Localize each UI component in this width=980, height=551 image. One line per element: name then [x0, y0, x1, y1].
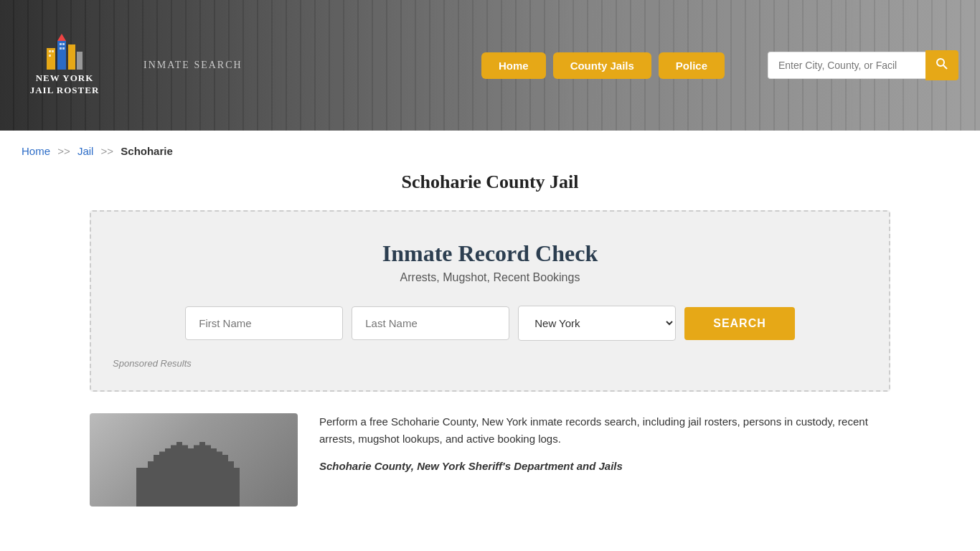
svg-rect-7	[49, 55, 51, 57]
state-select[interactable]: AlabamaAlaskaArizonaArkansasCaliforniaCo…	[518, 306, 676, 341]
record-check-title: Inmate Record Check	[113, 240, 867, 267]
header-search-container	[768, 50, 958, 80]
record-check-box: Inmate Record Check Arrests, Mugshot, Re…	[90, 210, 890, 392]
logo-text: NEW YORK JAIL ROSTER	[30, 72, 100, 97]
svg-rect-5	[49, 50, 51, 52]
svg-rect-6	[52, 50, 54, 52]
courthouse-image	[90, 413, 298, 507]
breadcrumb-sep2: >>	[101, 145, 114, 157]
breadcrumb-current: Schoharie	[121, 145, 173, 157]
site-header: NEW YORK JAIL ROSTER INMATE SEARCH Home …	[0, 0, 980, 131]
svg-marker-4	[57, 34, 66, 41]
content-description: Perform a free Schoharie County, New Yor…	[319, 413, 890, 448]
breadcrumb-home[interactable]: Home	[22, 145, 50, 157]
search-icon	[936, 58, 948, 70]
breadcrumb-sep1: >>	[57, 145, 70, 157]
content-area: Perform a free Schoharie County, New Yor…	[0, 413, 980, 507]
svg-rect-11	[62, 47, 65, 50]
svg-rect-10	[60, 47, 62, 50]
svg-line-13	[943, 65, 947, 69]
record-check-subtitle: Arrests, Mugshot, Recent Bookings	[113, 271, 867, 284]
inmate-search-label: INMATE SEARCH	[143, 60, 242, 71]
sponsored-label: Sponsored Results	[113, 358, 867, 369]
page-title: Schoharie County Jail	[0, 171, 980, 193]
svg-rect-3	[77, 52, 83, 70]
svg-rect-8	[60, 43, 62, 45]
record-check-form: AlabamaAlaskaArizonaArkansasCaliforniaCo…	[113, 306, 867, 341]
header-search-button[interactable]	[925, 50, 958, 80]
breadcrumb-jail[interactable]: Jail	[77, 145, 94, 157]
logo[interactable]: NEW YORK JAIL ROSTER	[22, 34, 108, 97]
search-button[interactable]: SEARCH	[684, 307, 795, 340]
content-italic-heading: Schoharie County, New York Sheriff's Dep…	[319, 458, 890, 475]
breadcrumb: Home >> Jail >> Schoharie	[0, 131, 980, 171]
nav-county-jails[interactable]: County Jails	[553, 52, 651, 79]
nav-home[interactable]: Home	[481, 52, 546, 79]
nav-police[interactable]: Police	[659, 52, 725, 79]
svg-point-12	[937, 59, 944, 66]
header-search-input[interactable]	[768, 52, 925, 79]
svg-rect-2	[68, 44, 75, 70]
last-name-input[interactable]	[352, 306, 509, 340]
svg-rect-9	[62, 43, 65, 45]
logo-icon	[43, 34, 86, 70]
first-name-input[interactable]	[185, 306, 343, 340]
content-text: Perform a free Schoharie County, New Yor…	[319, 413, 890, 507]
main-nav: Home County Jails Police	[481, 52, 725, 79]
